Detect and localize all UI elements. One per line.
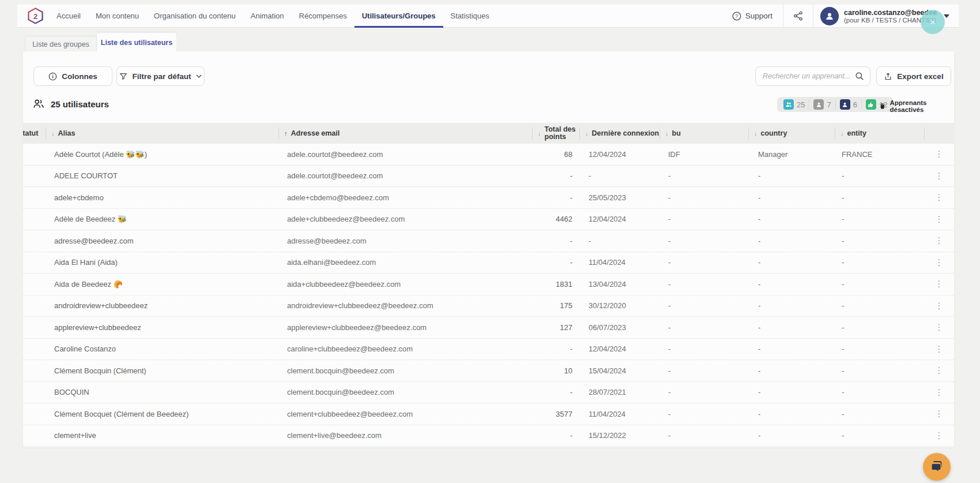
cell-actions: ⋮ — [924, 252, 954, 274]
row-menu-icon[interactable]: ⋮ — [935, 368, 944, 373]
sort-desc-icon: ↓ — [51, 130, 55, 137]
tab-liste-des-utilisateurs[interactable]: Liste des utilisateurs — [97, 33, 176, 52]
users-count-label: 25 utilisateurs — [51, 99, 109, 109]
badge-registered-learners[interactable]: 6 — [835, 99, 861, 110]
table-body: Adèle Courtot (Adèle 🐝🐝) adele.courtot@b… — [23, 144, 954, 447]
table-row[interactable]: Clément Bocquin (Clément) clement.bocqui… — [23, 360, 954, 382]
table-row[interactable]: BOCQUIN clement.bocquin@beedeez.com - 28… — [23, 382, 954, 404]
cell-points: - — [532, 252, 579, 274]
export-excel-button[interactable]: Export excel — [876, 66, 951, 86]
cell-points: 3577 — [532, 403, 579, 425]
cell-email: clement+live@beedeez.com — [278, 425, 532, 447]
cell-country: - — [748, 360, 835, 381]
cell-statut — [23, 187, 46, 208]
row-menu-icon[interactable]: ⋮ — [935, 411, 944, 417]
cell-points: 10 — [532, 360, 579, 381]
badge-invited-learners[interactable]: 7 — [809, 99, 835, 110]
support-button[interactable]: ? Support — [722, 12, 783, 21]
default-filter-dropdown[interactable]: Filtre par défaut — [116, 66, 205, 86]
cell-last-connection: 25/05/2023 — [579, 187, 659, 208]
table-row[interactable]: adresse@beedeez.com adresse@beedeez.com … — [23, 230, 954, 252]
sort-desc-icon: ↓ — [665, 130, 669, 137]
share-nodes-button[interactable] — [783, 10, 813, 21]
cell-bu: - — [659, 166, 748, 187]
nav-item-animation[interactable]: Animation — [243, 5, 292, 27]
cell-country: - — [748, 317, 835, 338]
tab-liste-des-groupes[interactable]: Liste des groupes — [25, 36, 97, 52]
cell-alias: Clément Bocquin (Clément) — [46, 360, 278, 381]
row-menu-icon[interactable]: ⋮ — [935, 151, 944, 157]
column-header-derniere-connexion[interactable]: ↓ Dernière connexion — [579, 123, 659, 144]
cell-points: 127 — [532, 317, 579, 338]
row-menu-icon[interactable]: ⋮ — [935, 346, 944, 352]
cell-alias: Caroline Costanzo — [46, 339, 278, 360]
table-row[interactable]: Clément Bocquet (Clément de Beedeez) cle… — [23, 403, 954, 425]
cell-entity: - — [835, 339, 924, 360]
table-row[interactable]: Aida El Hani (Aida) aida.elhani@beedeez.… — [23, 252, 954, 274]
cell-bu: - — [659, 339, 748, 360]
column-header-alias[interactable]: ↓ Alias — [46, 123, 278, 144]
column-header-statut[interactable]: Statut — [23, 123, 46, 144]
nav-item-mon-contenu[interactable]: Mon contenu — [88, 5, 146, 27]
columns-button[interactable]: Colonnes — [33, 66, 112, 86]
row-menu-icon[interactable]: ⋮ — [935, 260, 944, 265]
table-row[interactable]: Caroline Costanzo caroline+clubbeedeez@b… — [23, 339, 954, 361]
cell-statut — [23, 252, 46, 274]
row-menu-icon[interactable]: ⋮ — [935, 173, 944, 179]
cell-last-connection: 15/12/2022 — [579, 425, 659, 447]
cell-statut — [23, 230, 46, 252]
column-header-adresse-email[interactable]: ↑ Adresse email — [278, 123, 532, 144]
table-row[interactable]: ADELE COURTOT adele.courtot@beedeez.com … — [23, 166, 954, 188]
cell-alias: applereview+clubbeedeez — [46, 317, 278, 338]
table-row[interactable]: adele+cbdemo adele+cbdemo@beedeez.com - … — [23, 187, 954, 209]
cell-actions: ⋮ — [924, 317, 954, 338]
disabled-learners-label: Apprenants désactivés — [890, 99, 954, 113]
table-row[interactable]: androidreview+clubbeedeez androidreview+… — [23, 295, 954, 317]
chat-widget-button[interactable] — [923, 453, 951, 481]
row-menu-icon[interactable]: ⋮ — [935, 194, 944, 200]
header-label: Dernière connexion — [592, 129, 659, 137]
table-row[interactable]: Aida de Beedeez 🥐 aida+clubbeedeez@beede… — [23, 274, 954, 295]
search-learner-box — [755, 66, 870, 86]
nav-item-statistiques[interactable]: Statistiques — [443, 5, 497, 27]
support-label: Support — [745, 12, 772, 20]
nav-item-organisation-du-contenu[interactable]: Organisation du contenu — [146, 5, 243, 27]
column-header-entity[interactable]: ↓ entity — [835, 123, 924, 144]
badge-value: 25 — [797, 100, 805, 109]
row-menu-icon[interactable]: ⋮ — [935, 281, 944, 287]
nav-item-recompenses[interactable]: Récompenses — [292, 5, 355, 27]
nav-item-utilisateurs-groupes[interactable]: Utilisateurs/Groupes — [355, 5, 443, 27]
cell-country: - — [748, 166, 835, 187]
header-label: bu — [672, 129, 681, 137]
cell-entity: - — [835, 425, 924, 447]
table-row[interactable]: clement+live clement+live@beedeez.com - … — [23, 425, 954, 447]
search-icon[interactable] — [855, 72, 864, 81]
brand-logo[interactable]: 2 — [17, 5, 49, 27]
row-menu-icon[interactable]: ⋮ — [935, 216, 944, 222]
row-menu-icon[interactable]: ⋮ — [935, 303, 944, 309]
columns-label: Colonnes — [62, 72, 97, 81]
table-row[interactable]: Adèle Courtot (Adèle 🐝🐝) adele.courtot@b… — [23, 144, 954, 166]
column-header-bu[interactable]: ↓ bu — [659, 123, 748, 144]
cell-country: - — [748, 339, 835, 360]
svg-text:?: ? — [735, 13, 738, 19]
column-header-country[interactable]: ↓ country — [748, 123, 835, 144]
badge-total-learners[interactable]: 25 — [779, 99, 809, 110]
nav-item-accueil[interactable]: Accueil — [49, 5, 88, 27]
disabled-learners-toggle[interactable]: Apprenants désactivés — [879, 99, 954, 113]
cell-entity: - — [835, 274, 924, 295]
badge-value: 7 — [827, 100, 831, 109]
users-table: Statut ↓ Alias ↑ Adresse email ↓ Total d… — [23, 123, 954, 447]
search-input[interactable] — [763, 72, 855, 80]
cell-country: - — [748, 209, 835, 230]
row-menu-icon[interactable]: ⋮ — [935, 324, 944, 330]
svg-text:2: 2 — [33, 12, 37, 21]
filter-label: Filtre par défaut — [132, 72, 191, 81]
table-row[interactable]: applereview+clubbeedeez applereview+club… — [23, 317, 954, 339]
column-header-total-des-points[interactable]: ↓ Total des points — [532, 123, 579, 144]
row-menu-icon[interactable]: ⋮ — [935, 238, 944, 244]
row-menu-icon[interactable]: ⋮ — [935, 390, 944, 395]
table-row[interactable]: Adèle de Beedeez 🐝 adele+clubbeedeez@bee… — [23, 209, 954, 231]
cell-statut — [23, 317, 46, 338]
row-menu-icon[interactable]: ⋮ — [935, 433, 944, 439]
